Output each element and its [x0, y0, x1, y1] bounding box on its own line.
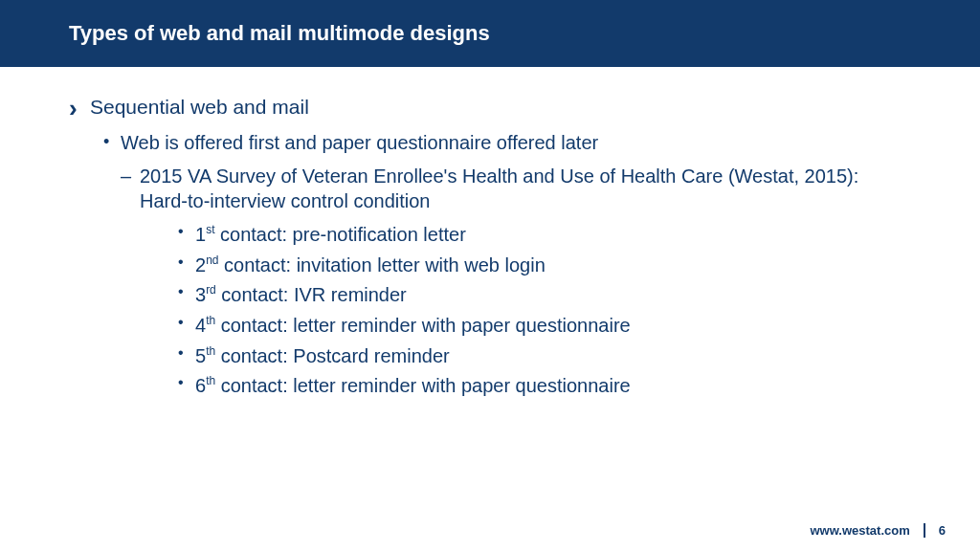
- ordinal-suffix: th: [206, 344, 215, 358]
- ordinal-number: 3: [195, 284, 206, 305]
- slide: Types of web and mail multimode designs …: [0, 0, 980, 551]
- contact-item: 2nd contact: invitation letter with web …: [82, 253, 911, 276]
- ordinal-suffix: th: [206, 314, 215, 327]
- contact-item: 1st contact: pre-notification letter: [82, 223, 911, 246]
- slide-body: Sequential web and mail Web is offered f…: [0, 67, 980, 397]
- contact-item: 5th contact: Postcard reminder: [82, 344, 911, 367]
- ordinal-number: 6: [195, 375, 206, 396]
- contact-item: 3rd contact: IVR reminder: [82, 283, 911, 306]
- contact-text: contact: letter reminder with paper ques…: [215, 375, 631, 396]
- contact-text: contact: letter reminder with paper ques…: [215, 315, 631, 336]
- contact-text: contact: invitation letter with web logi…: [218, 253, 545, 275]
- page-number: 6: [925, 523, 946, 538]
- bullet-level-1: Sequential web and mail: [69, 96, 911, 119]
- contact-item: 6th contact: letter reminder with paper …: [82, 374, 911, 397]
- contact-text: contact: Postcard reminder: [215, 344, 450, 365]
- ordinal-number: 2: [195, 253, 206, 275]
- bullet-level-3: 2015 VA Survey of Veteran Enrollee's Hea…: [82, 164, 911, 213]
- contact-text: contact: IVR reminder: [216, 284, 407, 305]
- ordinal-number: 4: [195, 315, 206, 336]
- ordinal-suffix: rd: [206, 283, 216, 297]
- slide-title: Types of web and mail multimode designs: [69, 21, 980, 46]
- contact-item: 4th contact: letter reminder with paper …: [82, 314, 911, 337]
- bullet-level-2: Web is offered first and paper questionn…: [82, 132, 911, 154]
- footer-url: www.westat.com: [810, 523, 924, 538]
- footer: www.westat.com 6: [810, 523, 946, 538]
- ordinal-number: 5: [195, 344, 206, 365]
- ordinal-suffix: th: [206, 374, 215, 387]
- title-bar: Types of web and mail multimode designs: [0, 0, 980, 67]
- contact-text: contact: pre-notification letter: [214, 224, 465, 245]
- ordinal-suffix: nd: [206, 253, 218, 267]
- ordinal-number: 1: [195, 224, 206, 245]
